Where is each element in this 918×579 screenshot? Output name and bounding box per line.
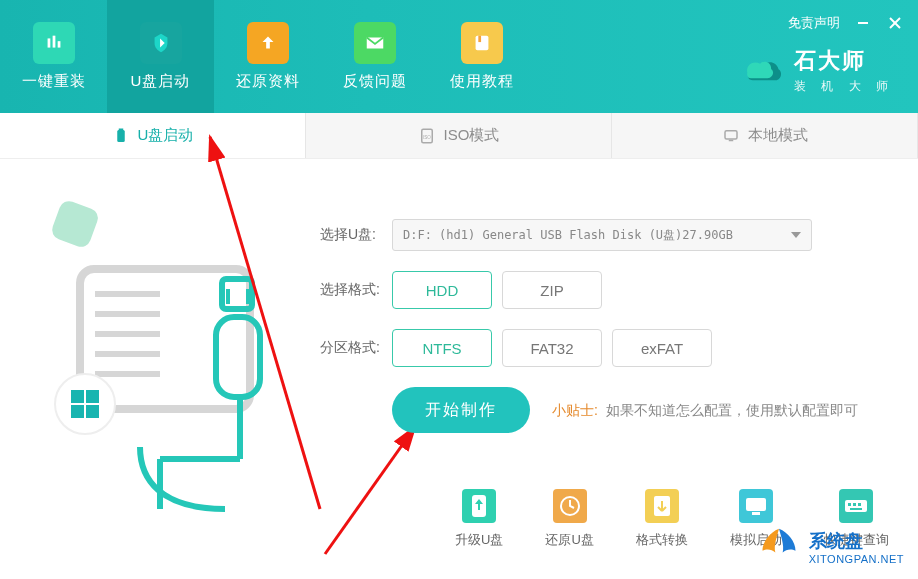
svg-rect-1 <box>52 36 55 48</box>
restore-usb-icon <box>553 489 587 523</box>
row-select-usb: 选择U盘: D:F: (hd1) General USB Flash Disk … <box>320 219 880 251</box>
local-icon <box>722 127 740 145</box>
chevron-down-icon <box>791 232 801 238</box>
main-content: 选择U盘: D:F: (hd1) General USB Flash Disk … <box>0 159 918 579</box>
usb-illustration <box>40 189 300 519</box>
brand-logo-icon <box>740 49 784 93</box>
partition-option-fat32[interactable]: FAT32 <box>502 329 602 367</box>
svg-rect-42 <box>853 503 856 506</box>
nav-label: U盘启动 <box>131 72 191 91</box>
watermark-url: XITONGPAN.NET <box>809 553 904 565</box>
svg-rect-38 <box>746 498 766 511</box>
row-action: 开始制作 小贴士: 如果不知道怎么配置，使用默认配置即可 <box>320 387 880 433</box>
svg-rect-2 <box>57 41 60 47</box>
disclaimer-link[interactable]: 免责声明 <box>788 14 840 32</box>
watermark: 系统盘 XITONGPAN.NET <box>757 525 904 569</box>
nav-tabs: 一键重装 U盘启动 还原资料 反馈问题 使用教程 <box>0 0 535 113</box>
svg-rect-25 <box>86 405 99 418</box>
svg-rect-8 <box>117 130 125 142</box>
window-controls: 免责声明 <box>788 14 904 32</box>
label-select-usb: 选择U盘: <box>320 226 392 244</box>
brand-name: 石大师 <box>794 46 894 76</box>
row-partition-format: 分区格式: NTFS FAT32 exFAT <box>320 329 880 367</box>
brand: 石大师 装 机 大 师 <box>740 46 894 95</box>
start-create-button[interactable]: 开始制作 <box>392 387 530 433</box>
usb-dropdown-value: D:F: (hd1) General USB Flash Disk (U盘)27… <box>403 227 733 244</box>
watermark-logo-icon <box>757 525 801 569</box>
svg-rect-39 <box>752 512 760 515</box>
nav-tab-reinstall[interactable]: 一键重装 <box>0 0 107 113</box>
simulate-boot-icon <box>739 489 773 523</box>
svg-rect-3 <box>475 36 488 51</box>
svg-rect-22 <box>71 390 84 403</box>
svg-text:ISO: ISO <box>423 135 431 140</box>
mode-bar: U盘启动 ISO ISO模式 本地模式 <box>0 113 918 159</box>
partition-option-group: NTFS FAT32 exFAT <box>392 329 712 367</box>
tool-label: 还原U盘 <box>545 531 593 549</box>
svg-rect-20 <box>49 198 100 249</box>
app-header: 一键重装 U盘启动 还原资料 反馈问题 使用教程 免责声 <box>0 0 918 113</box>
reinstall-icon <box>33 22 75 64</box>
nav-label: 使用教程 <box>450 72 514 91</box>
format-option-group: HDD ZIP <box>392 271 602 309</box>
tool-format-convert[interactable]: 格式转换 <box>636 489 688 549</box>
restore-icon <box>247 22 289 64</box>
tool-restore-usb[interactable]: 还原U盘 <box>545 489 593 549</box>
label-select-format: 选择格式: <box>320 281 392 299</box>
svg-rect-41 <box>848 503 851 506</box>
mode-tab-usb[interactable]: U盘启动 <box>0 113 306 158</box>
nav-tab-tutorial[interactable]: 使用教程 <box>428 0 535 113</box>
usb-boot-icon <box>140 22 182 64</box>
tutorial-icon <box>461 22 503 64</box>
nav-label: 一键重装 <box>22 72 86 91</box>
usb-icon <box>112 127 130 145</box>
format-option-zip[interactable]: ZIP <box>502 271 602 309</box>
format-convert-icon <box>645 489 679 523</box>
minimize-button[interactable] <box>854 14 872 32</box>
iso-icon: ISO <box>418 127 436 145</box>
nav-label: 反馈问题 <box>343 72 407 91</box>
tip-text: 如果不知道怎么配置，使用默认配置即可 <box>606 402 858 420</box>
mode-label: U盘启动 <box>138 126 194 145</box>
mode-tab-local[interactable]: 本地模式 <box>612 113 918 158</box>
tool-upgrade-usb[interactable]: 升级U盘 <box>455 489 503 549</box>
watermark-title: 系统盘 <box>809 531 863 551</box>
upgrade-usb-icon <box>462 489 496 523</box>
svg-rect-13 <box>728 139 733 141</box>
tip-row: 小贴士: 如果不知道怎么配置，使用默认配置即可 <box>552 402 858 420</box>
svg-rect-43 <box>858 503 861 506</box>
brand-tagline: 装 机 大 师 <box>794 78 894 95</box>
partition-option-ntfs[interactable]: NTFS <box>392 329 492 367</box>
feedback-icon <box>354 22 396 64</box>
tool-label: 格式转换 <box>636 531 688 549</box>
svg-rect-4 <box>478 36 481 42</box>
nav-tab-restore[interactable]: 还原资料 <box>214 0 321 113</box>
svg-point-21 <box>55 374 115 434</box>
form-area: 选择U盘: D:F: (hd1) General USB Flash Disk … <box>320 219 880 453</box>
svg-rect-24 <box>71 405 84 418</box>
nav-tab-usbboot[interactable]: U盘启动 <box>107 0 214 113</box>
mode-tab-iso[interactable]: ISO ISO模式 <box>306 113 612 158</box>
mode-label: ISO模式 <box>444 126 500 145</box>
tool-label: 升级U盘 <box>455 531 503 549</box>
svg-rect-23 <box>86 390 99 403</box>
shortcut-lookup-icon <box>839 489 873 523</box>
nav-label: 还原资料 <box>236 72 300 91</box>
format-option-hdd[interactable]: HDD <box>392 271 492 309</box>
close-button[interactable] <box>886 14 904 32</box>
svg-rect-9 <box>118 128 123 131</box>
nav-tab-feedback[interactable]: 反馈问题 <box>321 0 428 113</box>
partition-option-exfat[interactable]: exFAT <box>612 329 712 367</box>
tip-label: 小贴士: <box>552 402 598 420</box>
usb-dropdown[interactable]: D:F: (hd1) General USB Flash Disk (U盘)27… <box>392 219 812 251</box>
row-select-format: 选择格式: HDD ZIP <box>320 271 880 309</box>
svg-rect-44 <box>850 508 862 510</box>
label-partition-format: 分区格式: <box>320 339 392 357</box>
svg-rect-12 <box>725 130 737 138</box>
svg-rect-0 <box>47 38 50 47</box>
mode-label: 本地模式 <box>748 126 808 145</box>
